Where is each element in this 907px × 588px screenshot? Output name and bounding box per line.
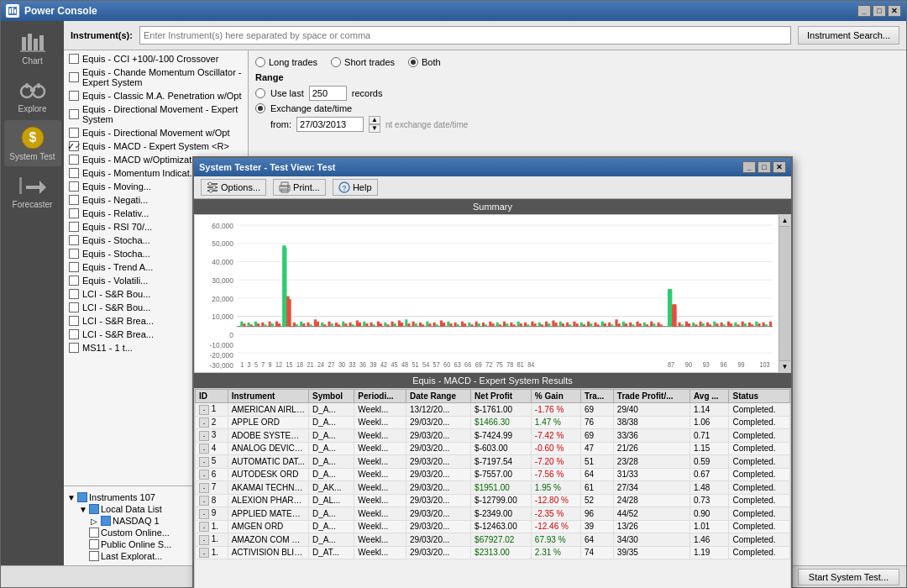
svg-rect-123 xyxy=(489,322,491,327)
table-row[interactable]: - 3ADOBE SYSTEM ...D_A...Weekl...29/03/2… xyxy=(196,429,790,443)
row-toggle[interactable]: - xyxy=(199,522,209,532)
instrument-search-button[interactable]: Instrument Search... xyxy=(798,26,899,45)
expand-icon[interactable]: ▼ xyxy=(67,493,76,502)
svg-point-23 xyxy=(209,189,212,192)
modal-minimize-btn[interactable]: _ xyxy=(742,161,756,173)
long-trades-option[interactable]: Long trades xyxy=(255,57,317,67)
long-trades-radio[interactable] xyxy=(255,57,265,67)
sidebar-item-systemtest[interactable]: $ System Test xyxy=(4,120,61,166)
row-toggle[interactable]: - xyxy=(199,417,209,428)
svg-rect-165 xyxy=(636,322,638,327)
both-trades-radio[interactable] xyxy=(408,57,418,67)
cell-status: Completed. xyxy=(729,546,790,559)
row-toggle[interactable]: - xyxy=(199,509,209,519)
svg-rect-142 xyxy=(555,323,558,327)
modal-maximize-btn[interactable]: □ xyxy=(758,161,771,173)
svg-rect-198 xyxy=(758,323,760,327)
options-button[interactable]: Options... xyxy=(201,179,266,196)
table-row[interactable]: - 7AKAMAI TECHNO...D_AK...Weekl...29/03/… xyxy=(196,481,790,495)
svg-rect-99 xyxy=(412,322,415,327)
maximize-btn[interactable]: □ xyxy=(873,5,886,17)
records-input[interactable] xyxy=(309,86,347,101)
cell-symbol: D_A... xyxy=(309,455,354,469)
row-toggle[interactable]: - xyxy=(199,457,209,467)
row-toggle[interactable]: - xyxy=(199,405,209,415)
col-trades: Tra... xyxy=(580,390,613,403)
svg-rect-13 xyxy=(37,83,40,88)
exchange-date-radio[interactable] xyxy=(255,103,265,113)
svg-rect-195 xyxy=(748,323,751,327)
table-row[interactable]: - 5AUTOMATIC DAT...D_A...Weekl...29/03/2… xyxy=(196,455,790,469)
svg-rect-127 xyxy=(503,322,506,327)
both-trades-option[interactable]: Both xyxy=(408,57,441,67)
table-row[interactable]: - 1.AMAZON COM ORDD_A...Weekl...29/03/20… xyxy=(196,533,790,547)
help-button[interactable]: ? Help xyxy=(333,179,378,196)
table-row[interactable]: - 2APPLE ORDD_A...Weekl...29/03/20...$14… xyxy=(196,416,790,429)
svg-rect-114 xyxy=(464,323,466,327)
table-row[interactable]: - 4ANALOG DEVICE...D_A...Weekl...29/03/2… xyxy=(196,442,790,455)
row-toggle[interactable]: - xyxy=(199,483,209,493)
short-trades-radio[interactable] xyxy=(331,57,341,67)
svg-rect-115 xyxy=(468,323,470,327)
svg-text:15: 15 xyxy=(286,360,293,369)
chart-title: Summary xyxy=(194,199,791,214)
row-toggle[interactable]: - xyxy=(199,535,209,545)
row-toggle[interactable]: - xyxy=(199,431,209,441)
row-toggle[interactable]: - xyxy=(199,496,209,506)
cell-symbol: D_A... xyxy=(309,416,354,429)
cell-period: Weekl... xyxy=(354,494,406,507)
short-trades-option[interactable]: Short trades xyxy=(331,57,395,67)
row-toggle[interactable]: - xyxy=(199,470,209,480)
print-button[interactable]: Print... xyxy=(273,179,326,196)
cell-symbol: D_A... xyxy=(309,520,354,533)
row-toggle[interactable]: - xyxy=(199,444,209,454)
range-section: Range Use last records Exchange date/tim… xyxy=(255,72,899,135)
cell-pct_gain: -7.20 % xyxy=(531,455,580,469)
table-row[interactable]: - 1.AMGEN ORDD_A...Weekl...29/03/20...$-… xyxy=(196,520,790,533)
from-date-input[interactable] xyxy=(296,117,364,132)
start-system-test-button[interactable]: Start System Test... xyxy=(798,569,899,585)
svg-text:96: 96 xyxy=(721,360,728,369)
table-row[interactable]: - 6AUTODESK ORDD_A...Weekl...29/03/20...… xyxy=(196,468,790,481)
svg-text:36: 36 xyxy=(359,360,367,369)
svg-rect-178 xyxy=(688,323,690,327)
sidebar-item-chart[interactable]: Chart xyxy=(4,24,61,71)
svg-rect-95 xyxy=(398,320,401,326)
date-spinner[interactable]: ▲ ▼ xyxy=(369,116,380,133)
svg-rect-201 xyxy=(769,322,772,327)
svg-text:42: 42 xyxy=(380,360,387,369)
sidebar-item-forecaster[interactable]: Forecaster xyxy=(4,168,61,214)
minimize-btn[interactable]: _ xyxy=(857,5,871,17)
instrument-input[interactable] xyxy=(139,26,791,45)
modal-close-btn[interactable]: ✕ xyxy=(773,161,786,173)
table-row[interactable]: - 8ALEXION PHARM...D_AL...Weekl...29/03/… xyxy=(196,494,790,507)
nasdaq-label: NASDAQ 1 xyxy=(113,516,160,526)
chart-scroll-up[interactable]: ▲ xyxy=(779,215,790,227)
close-btn[interactable]: ✕ xyxy=(888,5,901,17)
cell-trade_profit: 34/30 xyxy=(613,533,689,547)
svg-rect-92 xyxy=(386,324,389,326)
col-id: ID xyxy=(196,390,228,403)
row-toggle[interactable]: - xyxy=(199,548,209,558)
window-controls: _ □ ✕ xyxy=(857,5,901,17)
table-row[interactable]: - 1AMERICAN AIRLI...D_A...Weekl...13/12/… xyxy=(196,403,790,417)
cell-instrument: AMERICAN AIRLI... xyxy=(228,403,308,417)
cell-date_range: 29/03/20... xyxy=(406,442,471,455)
svg-rect-159 xyxy=(615,319,617,326)
svg-rect-130 xyxy=(512,324,515,326)
cell-avg: 1.19 xyxy=(689,546,729,559)
svg-rect-101 xyxy=(419,323,422,327)
chart-scroll-down[interactable]: ▼ xyxy=(779,360,790,372)
sidebar-item-explore[interactable]: Explore xyxy=(4,72,61,118)
use-last-radio[interactable] xyxy=(255,88,265,98)
expand-icon-2[interactable]: ▼ xyxy=(79,505,87,514)
cell-net_profit: $-1761.00 xyxy=(471,403,532,417)
svg-rect-200 xyxy=(765,324,768,326)
expand-icon-3[interactable]: ▷ xyxy=(91,517,99,526)
table-row[interactable]: - 1.ACTIVISION BLIZ...D_AT...Weekl...29/… xyxy=(196,546,790,559)
cell-pct_gain: -0.60 % xyxy=(531,442,580,455)
svg-rect-169 xyxy=(650,322,653,327)
table-row[interactable]: - 9APPLIED MATERI...D_A...Weekl...29/03/… xyxy=(196,507,790,521)
options-icon xyxy=(207,181,218,193)
results-table-container[interactable]: ID Instrument Symbol Periodi... Date Ran… xyxy=(194,388,791,588)
